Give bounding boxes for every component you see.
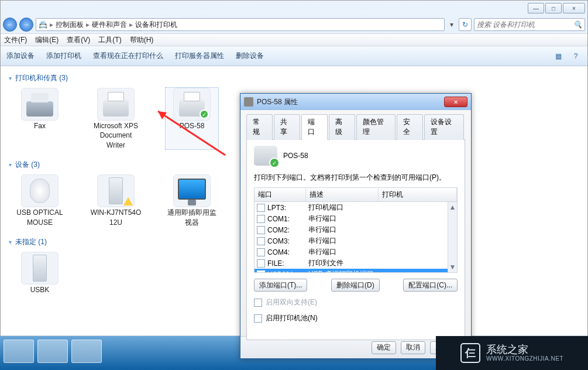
port-desc: 串行端口 bbox=[308, 214, 379, 224]
maximize-button[interactable]: □ bbox=[545, 3, 562, 13]
tab-device[interactable]: 设备设置 bbox=[424, 114, 464, 140]
device-monitor[interactable]: 通用即插即用监 视器 bbox=[166, 174, 218, 227]
btn-see-printing[interactable]: 查看现在正在打印什么 bbox=[93, 51, 163, 61]
search-input[interactable] bbox=[477, 20, 573, 29]
port-row[interactable]: LPT3: 打印机端口 bbox=[255, 202, 457, 213]
port-desc: 打印机端口 bbox=[308, 203, 379, 213]
printer-pool-checkbox-row[interactable]: 启用打印机池(N) bbox=[254, 313, 458, 323]
device-xps[interactable]: Microsoft XPS Document Writer bbox=[90, 88, 142, 149]
checkbox[interactable] bbox=[257, 237, 265, 245]
default-badge-icon: ✓ bbox=[200, 109, 209, 119]
tab-general[interactable]: 常规 bbox=[246, 114, 273, 140]
printer-small-icon bbox=[244, 97, 253, 107]
view-mode-icon[interactable]: ▦ bbox=[552, 50, 564, 62]
bidirectional-label: 启用双向支持(E) bbox=[266, 297, 317, 307]
search-box[interactable]: 🔍 bbox=[474, 18, 585, 31]
menu-tools[interactable]: 工具(T) bbox=[98, 35, 121, 45]
port-desc: 串行端口 bbox=[308, 247, 379, 257]
tab-security[interactable]: 安全 bbox=[397, 114, 423, 140]
add-port-button[interactable]: 添加端口(T)... bbox=[254, 279, 307, 292]
device-label: Fax bbox=[34, 122, 46, 130]
back-button[interactable]: ← bbox=[3, 18, 17, 32]
checkbox[interactable] bbox=[257, 204, 265, 212]
breadcrumb-dropdown[interactable]: ▾ bbox=[447, 20, 456, 29]
dialog-titlebar[interactable]: POS-58 属性 ✕ bbox=[240, 94, 471, 110]
device-usbk[interactable]: USBK bbox=[13, 252, 66, 294]
checkbox[interactable] bbox=[257, 215, 265, 223]
menu-edit[interactable]: 编辑(E) bbox=[35, 35, 59, 45]
dialog-close-button[interactable]: ✕ bbox=[444, 97, 467, 107]
checkbox[interactable] bbox=[257, 259, 265, 268]
breadcrumb-seg[interactable]: 控制面板 bbox=[56, 20, 84, 30]
scroll-up-icon[interactable]: ▲ bbox=[449, 203, 456, 211]
checkbox[interactable] bbox=[257, 226, 265, 234]
navbar: ← → 📇 ▸ 控制面板 ▸ 硬件和声音 ▸ 设备和打印机 ▾ ↻ 🔍 bbox=[1, 16, 587, 33]
port-row[interactable]: COM3: 串行端口 bbox=[255, 235, 457, 246]
port-row-selected[interactable]: ✓ USB001 USB 虚拟打印机端口 bbox=[255, 269, 457, 272]
menu-file[interactable]: 文件(F) bbox=[4, 35, 27, 45]
group-printers-header[interactable]: 打印机和传真 (3) bbox=[9, 73, 579, 83]
computer-icon bbox=[97, 174, 135, 207]
port-list[interactable]: 端口 描述 打印机 LPT3: 打印机端口 COM1: 串行端口 bbox=[254, 187, 458, 273]
tab-share[interactable]: 共享 bbox=[274, 114, 300, 140]
port-row[interactable]: COM4: 串行端口 bbox=[255, 246, 457, 258]
monitor-icon bbox=[173, 174, 211, 207]
port-row[interactable]: COM1: 串行端口 bbox=[255, 213, 457, 224]
port-name: COM3: bbox=[267, 237, 308, 245]
btn-remove-device[interactable]: 删除设备 bbox=[236, 51, 264, 61]
tab-advanced[interactable]: 高级 bbox=[329, 114, 355, 140]
forward-button[interactable]: → bbox=[19, 18, 33, 32]
scroll-down-icon[interactable]: ▼ bbox=[449, 263, 456, 271]
generic-device-icon bbox=[21, 252, 59, 285]
device-label: USBK bbox=[30, 286, 50, 294]
checkbox[interactable] bbox=[254, 314, 262, 323]
watermark-logo-icon: 仨 bbox=[460, 343, 480, 363]
checkbox-checked[interactable]: ✓ bbox=[257, 270, 265, 273]
mouse-icon bbox=[21, 174, 59, 207]
tab-color[interactable]: 颜色管理 bbox=[356, 114, 396, 140]
close-button[interactable]: × bbox=[563, 3, 585, 13]
device-fax[interactable]: Fax bbox=[13, 88, 66, 149]
printer-name: POS-58 bbox=[283, 152, 308, 160]
dialog-body: 常规 共享 端口 高级 颜色管理 安全 设备设置 POS-58 打印到下列端口。… bbox=[240, 110, 471, 336]
btn-print-server-props[interactable]: 打印服务器属性 bbox=[175, 51, 224, 61]
ok-button[interactable]: 确定 bbox=[372, 341, 396, 354]
ports-description: 打印到下列端口。文档将打印到第一个检查到的可用端口(P)。 bbox=[254, 173, 458, 183]
help-icon[interactable]: ? bbox=[570, 50, 582, 62]
folder-icon: 📇 bbox=[39, 20, 47, 29]
cancel-button[interactable]: 取消 bbox=[401, 341, 425, 354]
breadcrumb[interactable]: 📇 ▸ 控制面板 ▸ 硬件和声音 ▸ 设备和打印机 bbox=[36, 18, 445, 31]
taskbar-item bbox=[71, 340, 102, 363]
delete-port-button[interactable]: 删除端口(D) bbox=[331, 279, 380, 292]
printer-icon bbox=[97, 88, 135, 121]
checkbox[interactable] bbox=[257, 248, 265, 256]
device-label: POS-58 bbox=[180, 122, 205, 130]
breadcrumb-seg[interactable]: 硬件和声音 bbox=[92, 20, 127, 30]
refresh-button[interactable]: ↻ bbox=[459, 18, 472, 31]
device-label: 通用即插即用监 bbox=[167, 208, 216, 217]
menu-help[interactable]: 帮助(H) bbox=[130, 35, 154, 45]
btn-add-printer[interactable]: 添加打印机 bbox=[46, 51, 81, 61]
col-printer[interactable]: 打印机 bbox=[379, 188, 457, 201]
port-desc: 串行端口 bbox=[308, 236, 379, 246]
toolbar: 添加设备 添加打印机 查看现在正在打印什么 打印服务器属性 删除设备 ▦ ? bbox=[1, 46, 587, 66]
breadcrumb-sep: ▸ bbox=[50, 20, 53, 29]
device-pos58[interactable]: ✓ POS-58 bbox=[166, 88, 218, 149]
device-mouse[interactable]: USB OPTICAL MOUSE bbox=[13, 174, 66, 227]
btn-add-device[interactable]: 添加设备 bbox=[6, 51, 35, 61]
col-port[interactable]: 端口 bbox=[255, 188, 306, 201]
col-desc[interactable]: 描述 bbox=[306, 188, 379, 201]
tab-ports[interactable]: 端口 bbox=[301, 114, 328, 140]
scrollbar[interactable]: ▲ ▼ bbox=[448, 202, 457, 272]
port-row[interactable]: COM2: 串行端口 bbox=[255, 224, 457, 235]
titlebar: — □ × bbox=[1, 1, 587, 16]
watermark-url: WWW.XITONGZHIJIA.NET bbox=[486, 355, 563, 362]
configure-port-button[interactable]: 配置端口(C)... bbox=[403, 279, 458, 292]
port-row[interactable]: FILE: 打印到文件 bbox=[255, 258, 457, 269]
port-name: FILE: bbox=[267, 259, 308, 268]
minimize-button[interactable]: — bbox=[528, 3, 544, 13]
device-computer[interactable]: WIN-KJ7NT54O 12U bbox=[90, 174, 142, 227]
device-label: WIN-KJ7NT54O bbox=[91, 208, 142, 217]
menu-view[interactable]: 查看(V) bbox=[67, 35, 90, 45]
breadcrumb-seg[interactable]: 设备和打印机 bbox=[135, 20, 177, 30]
